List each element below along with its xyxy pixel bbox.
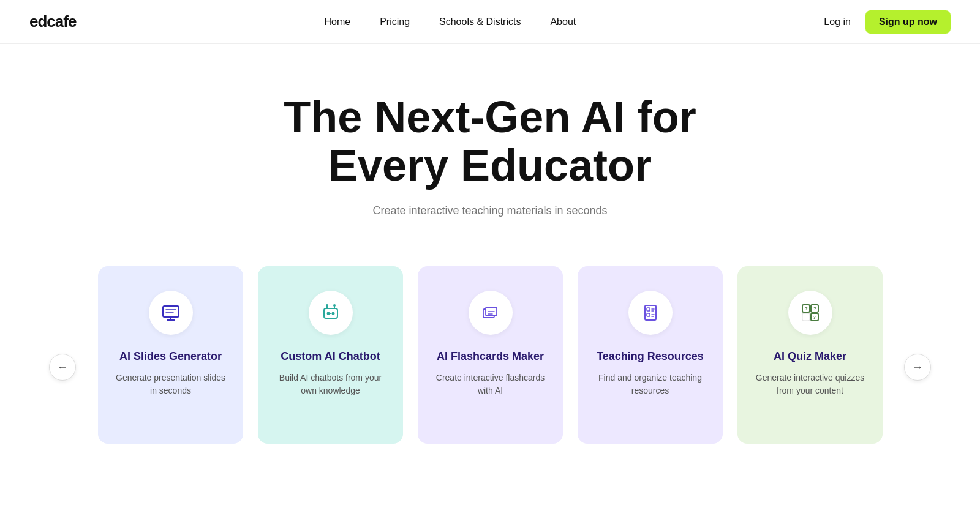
svg-rect-18 [647,308,650,311]
signup-button[interactable]: Sign up now [865,10,951,34]
flashcards-icon [469,291,513,335]
svg-point-7 [331,312,334,315]
svg-point-6 [326,312,330,315]
hero-subtitle: Create interactive teaching materials in… [29,204,951,217]
card-ai-flashcards[interactable]: AI Flashcards Maker Create interactive f… [418,266,563,444]
svg-rect-8 [330,313,331,314]
quiz-icon: ? ? ? [788,291,832,335]
nav-link-nav-about[interactable]: About [550,17,576,28]
card-teaching-resources[interactable]: Teaching Resources Find and organize tea… [578,266,723,444]
svg-text:?: ? [813,315,816,320]
card-title-teaching-resources: Teaching Resources [597,349,704,364]
nav-link-nav-schools[interactable]: Schools & Districts [439,17,521,28]
svg-text:?: ? [805,306,808,312]
hero-title: The Next-Gen AI for Every Educator [276,93,704,190]
prev-arrow[interactable]: ← [49,354,76,381]
card-desc-ai-flashcards: Create interactive flashcards with AI [435,371,546,397]
svg-point-12 [333,304,336,307]
svg-rect-0 [163,306,179,317]
card-title-ai-flashcards: AI Flashcards Maker [437,349,544,364]
card-ai-quiz[interactable]: ? ? ? AI Quiz Maker Generate interactive… [737,266,883,444]
nav-link-nav-pricing[interactable]: Pricing [380,17,410,28]
nav-link-nav-home[interactable]: Home [324,17,350,28]
svg-point-11 [326,304,328,307]
slides-icon [149,291,193,335]
svg-rect-30 [802,313,810,321]
svg-rect-17 [645,305,656,320]
card-title-custom-chatbot: Custom AI Chatbot [281,349,380,364]
card-desc-teaching-resources: Find and organize teaching resources [595,371,706,397]
resources-icon [628,291,673,335]
card-title-ai-quiz: AI Quiz Maker [774,349,846,364]
svg-rect-21 [647,313,650,316]
card-desc-ai-slides: Generate presentation slides in seconds [115,371,226,397]
card-custom-chatbot[interactable]: Custom AI Chatbot Build AI chatbots from… [258,266,403,444]
card-title-ai-slides: AI Slides Generator [119,349,222,364]
navbar: edcafe HomePricingSchools & DistrictsAbo… [0,0,980,44]
cards-section: ← AI Slides Generator Generate presentat… [0,254,980,480]
card-ai-slides[interactable]: AI Slides Generator Generate presentatio… [98,266,243,444]
hero-section: The Next-Gen AI for Every Educator Creat… [0,44,980,254]
login-button[interactable]: Log in [824,17,851,28]
next-arrow[interactable]: → [904,354,931,381]
svg-text:?: ? [813,306,816,312]
logo[interactable]: edcafe [29,12,76,31]
cards-container: AI Slides Generator Generate presentatio… [0,266,980,444]
card-desc-ai-quiz: Generate interactive quizzes from your c… [755,371,865,397]
card-desc-custom-chatbot: Build AI chatbots from your own knowledg… [275,371,386,397]
chatbot-icon [309,291,353,335]
nav-links: HomePricingSchools & DistrictsAbout [324,17,576,28]
nav-right: Log in Sign up now [824,10,951,34]
